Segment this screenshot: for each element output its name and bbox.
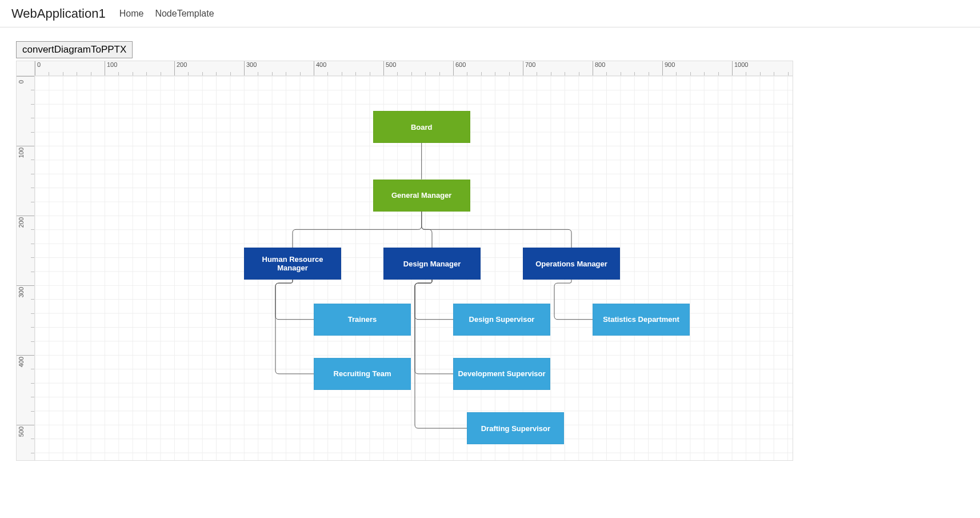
vruler-minor-tick bbox=[31, 327, 34, 328]
hruler-minor-tick bbox=[327, 72, 328, 75]
org-node[interactable]: Trainers bbox=[314, 304, 411, 336]
hruler-minor-tick bbox=[467, 72, 467, 75]
vruler-minor-tick bbox=[31, 188, 34, 188]
hruler-minor-tick bbox=[676, 72, 677, 75]
hruler-minor-tick bbox=[286, 72, 286, 75]
nav-link-nodetemplate[interactable]: NodeTemplate bbox=[155, 9, 214, 19]
connector bbox=[415, 280, 453, 320]
navbar: WebApplication1 Home NodeTemplate bbox=[0, 0, 980, 27]
hruler-major-tick: 0 bbox=[35, 61, 41, 75]
hruler-major-tick: 600 bbox=[453, 61, 466, 75]
hruler-minor-tick bbox=[133, 72, 133, 75]
hruler-major-tick: 100 bbox=[105, 61, 117, 75]
org-node-label: Design Supervisor bbox=[469, 315, 535, 324]
hruler-major-tick: 200 bbox=[174, 61, 187, 75]
hruler-minor-tick bbox=[481, 72, 482, 75]
org-node-label: Trainers bbox=[348, 315, 377, 324]
connector bbox=[422, 212, 571, 248]
hruler-minor-tick bbox=[537, 72, 537, 75]
hruler-minor-tick bbox=[77, 72, 77, 75]
org-node[interactable]: Statistics Department bbox=[593, 304, 690, 336]
hruler-minor-tick bbox=[258, 72, 258, 75]
brand-title[interactable]: WebApplication1 bbox=[11, 6, 106, 21]
hruler-minor-tick bbox=[161, 72, 161, 75]
connector bbox=[275, 280, 314, 374]
org-node[interactable]: Design Manager bbox=[383, 248, 481, 280]
hruler-minor-tick bbox=[118, 72, 119, 75]
org-node-label: General Manager bbox=[391, 191, 452, 200]
connector bbox=[415, 280, 453, 374]
hruler-minor-tick bbox=[760, 72, 761, 75]
vruler-minor-tick bbox=[31, 453, 34, 453]
org-node[interactable]: Development Supervisor bbox=[453, 358, 550, 390]
org-node[interactable]: Human Resource Manager bbox=[244, 248, 341, 280]
hruler-minor-tick bbox=[565, 72, 565, 75]
hruler-minor-tick bbox=[202, 72, 203, 75]
nav-link-home[interactable]: Home bbox=[119, 9, 144, 19]
vruler-major-tick: 100 bbox=[17, 146, 34, 159]
hruler-major-tick: 900 bbox=[662, 61, 675, 75]
vruler-minor-tick bbox=[31, 202, 34, 202]
org-node-label: Board bbox=[411, 123, 433, 132]
hruler-major-tick: 300 bbox=[244, 61, 257, 75]
hruler-minor-tick bbox=[411, 72, 412, 75]
hruler-minor-tick bbox=[230, 72, 231, 75]
hruler-minor-tick bbox=[495, 72, 495, 75]
hruler-minor-tick bbox=[272, 72, 273, 75]
hruler-minor-tick bbox=[425, 72, 426, 75]
hruler-minor-tick bbox=[718, 72, 719, 75]
hruler-major-tick: 700 bbox=[523, 61, 535, 75]
hruler-minor-tick bbox=[606, 72, 607, 75]
connector bbox=[422, 212, 432, 248]
hruler-minor-tick bbox=[342, 72, 342, 75]
hruler-minor-tick bbox=[704, 72, 705, 75]
org-node[interactable]: Design Supervisor bbox=[453, 304, 550, 336]
convert-diagram-button[interactable]: convertDiagramToPPTX bbox=[16, 41, 133, 58]
vruler-major-tick: 500 bbox=[17, 425, 34, 438]
org-node-label: Drafting Supervisor bbox=[481, 424, 550, 433]
connector bbox=[415, 280, 467, 428]
vruler-minor-tick bbox=[31, 132, 34, 133]
org-node[interactable]: Recruiting Team bbox=[314, 358, 411, 390]
org-node[interactable]: Operations Manager bbox=[523, 248, 620, 280]
vruler-minor-tick bbox=[31, 174, 34, 174]
vruler-major-tick: 300 bbox=[17, 285, 34, 298]
hruler-major-tick: 400 bbox=[314, 61, 326, 75]
horizontal-ruler: 01002003004005006007008009001000 bbox=[35, 61, 793, 76]
hruler-minor-tick bbox=[746, 72, 746, 75]
org-node-label: Statistics Department bbox=[603, 315, 679, 324]
vruler-minor-tick bbox=[31, 272, 34, 272]
org-node-label: Recruiting Team bbox=[334, 369, 391, 378]
vruler-minor-tick bbox=[31, 160, 34, 160]
connector bbox=[554, 280, 593, 320]
diagram-canvas[interactable]: BoardGeneral ManagerHuman Resource Manag… bbox=[35, 76, 793, 460]
hruler-minor-tick bbox=[91, 72, 91, 75]
hruler-minor-tick bbox=[146, 72, 147, 75]
vruler-minor-tick bbox=[31, 299, 34, 300]
org-node[interactable]: Board bbox=[373, 111, 470, 143]
org-node[interactable]: General Manager bbox=[373, 180, 470, 212]
hruler-minor-tick bbox=[509, 72, 510, 75]
hruler-minor-tick bbox=[188, 72, 189, 75]
connector bbox=[293, 212, 422, 248]
vruler-minor-tick bbox=[31, 411, 34, 412]
org-node-label: Human Resource Manager bbox=[249, 255, 337, 272]
hruler-minor-tick bbox=[63, 72, 63, 75]
hruler-minor-tick bbox=[551, 72, 551, 75]
hruler-minor-tick bbox=[370, 72, 370, 75]
org-node-label: Operations Manager bbox=[535, 260, 607, 268]
hruler-minor-tick bbox=[355, 72, 356, 75]
vruler-minor-tick bbox=[31, 369, 34, 369]
vruler-minor-tick bbox=[31, 257, 34, 258]
hruler-major-tick: 500 bbox=[383, 61, 396, 75]
org-node[interactable]: Drafting Supervisor bbox=[467, 412, 564, 444]
vruler-minor-tick bbox=[31, 383, 34, 384]
org-node-label: Development Supervisor bbox=[458, 369, 545, 378]
vertical-ruler: 0100200300400500 bbox=[17, 76, 35, 460]
vruler-major-tick: 200 bbox=[17, 216, 34, 229]
hruler-minor-tick bbox=[300, 72, 301, 75]
hruler-minor-tick bbox=[634, 72, 635, 75]
hruler-minor-tick bbox=[397, 72, 398, 75]
connector bbox=[275, 280, 314, 320]
hruler-minor-tick bbox=[49, 72, 49, 75]
